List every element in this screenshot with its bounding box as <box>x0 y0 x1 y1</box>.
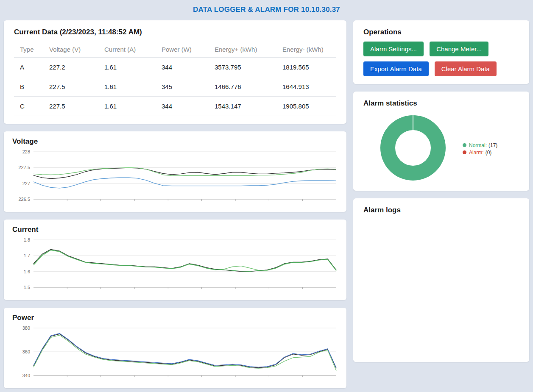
table-row: C227.51.613441543.1471905.805 <box>14 97 336 116</box>
alarm-statistics-card: Alarm statistics Normal: (17) Alarm: (0) <box>353 92 529 191</box>
current-line-chart: 1.51.61.71.8 <box>12 236 338 297</box>
svg-text:380: 380 <box>22 325 30 331</box>
table-cell: 227.5 <box>46 97 101 116</box>
current-data-title: Current Data (2/23/2023, 11:48:52 AM) <box>14 28 336 36</box>
table-cell: A <box>14 58 46 77</box>
current-data-card: Current Data (2/23/2023, 11:48:52 AM) Ty… <box>4 20 346 124</box>
svg-text:1.5: 1.5 <box>24 285 30 290</box>
table-cell: B <box>14 77 46 97</box>
table-cell: 345 <box>158 77 211 97</box>
export-alarm-data-button[interactable]: Export Alarm Data <box>363 61 429 76</box>
alarm-logs-title: Alarm logs <box>363 206 519 214</box>
table-cell: 227.5 <box>46 77 101 97</box>
table-cell: 3573.795 <box>211 58 279 77</box>
svg-text:1.6: 1.6 <box>24 269 30 274</box>
legend-item-alarm: Alarm: (0) <box>463 150 497 156</box>
legend-item-normal: Normal: (17) <box>463 142 497 148</box>
table-cell: 1819.565 <box>279 58 336 77</box>
alarm-donut-chart <box>380 114 446 183</box>
current-data-head-row: TypeVoltage (V)Current (A)Power (W)Energ… <box>14 42 336 58</box>
alarm-settings-button[interactable]: Alarm Settings... <box>363 42 424 56</box>
table-cell: 1.61 <box>101 58 158 77</box>
svg-text:227: 227 <box>22 181 30 186</box>
operations-card: Operations Alarm Settings... Change Mete… <box>353 20 529 84</box>
operations-row-2: Export Alarm Data Clear Alarm Data <box>363 61 519 76</box>
main-layout: Current Data (2/23/2023, 11:48:52 AM) Ty… <box>0 19 533 392</box>
table-cell: 1644.913 <box>279 77 336 97</box>
table-cell: 1543.147 <box>211 97 279 116</box>
table-row: A227.21.613443573.7951819.565 <box>14 58 336 77</box>
page-header: DATA LOGGER & ALARM FOR 10.10.30.37 <box>0 0 533 19</box>
legend-normal-value: (17) <box>488 142 497 148</box>
svg-text:340: 340 <box>22 373 30 378</box>
current-chart-card: Current 1.51.61.71.8 <box>4 220 346 300</box>
normal-dot-icon <box>463 143 466 147</box>
current-chart-title: Current <box>12 225 338 234</box>
change-meter-button[interactable]: Change Meter... <box>430 42 488 56</box>
svg-text:227.5: 227.5 <box>18 165 30 170</box>
column-header: Energy- (kWh) <box>279 42 336 58</box>
legend-normal-label: Normal: <box>469 142 487 148</box>
power-chart-title: Power <box>12 314 338 322</box>
operations-row-1: Alarm Settings... Change Meter... <box>363 42 519 56</box>
table-cell: 1.61 <box>101 77 158 97</box>
voltage-line-chart: 226.5227227.5228 <box>12 147 338 209</box>
column-header: Current (A) <box>101 42 158 58</box>
alarm-statistics-body: Normal: (17) Alarm: (0) <box>363 114 519 183</box>
table-cell: 1905.805 <box>279 97 336 116</box>
alarm-logs-card: Alarm logs <box>353 198 529 362</box>
current-data-body: A227.21.613443573.7951819.565B227.51.613… <box>14 58 336 116</box>
legend-alarm-label: Alarm: <box>469 150 484 156</box>
left-column: Current Data (2/23/2023, 11:48:52 AM) Ty… <box>4 20 346 392</box>
power-line-chart: 340360380 <box>12 324 338 385</box>
column-header: Power (W) <box>158 42 211 58</box>
svg-text:228: 228 <box>22 149 30 154</box>
column-header: Type <box>14 42 46 58</box>
table-row: B227.51.613451466.7761644.913 <box>14 77 336 97</box>
voltage-chart-card: Voltage 226.5227227.5228 <box>4 131 346 212</box>
svg-text:1.8: 1.8 <box>24 237 30 242</box>
right-column: Operations Alarm Settings... Change Mete… <box>353 20 529 392</box>
table-cell: C <box>14 97 46 116</box>
table-cell: 1466.776 <box>211 77 279 97</box>
clear-alarm-data-button[interactable]: Clear Alarm Data <box>435 61 497 76</box>
legend-alarm-value: (0) <box>486 150 492 156</box>
current-data-table: TypeVoltage (V)Current (A)Power (W)Energ… <box>14 42 336 116</box>
svg-text:1.7: 1.7 <box>24 253 30 258</box>
column-header: Voltage (V) <box>46 42 101 58</box>
page-title: DATA LOGGER & ALARM FOR 10.10.30.37 <box>193 6 340 14</box>
power-chart-card: Power 340360380 <box>4 308 346 388</box>
operations-title: Operations <box>363 28 519 36</box>
voltage-chart-title: Voltage <box>12 137 338 146</box>
svg-text:360: 360 <box>22 349 30 354</box>
table-cell: 1.61 <box>101 97 158 116</box>
table-cell: 344 <box>158 97 211 116</box>
svg-text:226.5: 226.5 <box>18 197 30 202</box>
table-cell: 344 <box>158 58 211 77</box>
column-header: Energy+ (kWh) <box>211 42 279 58</box>
donut-legend: Normal: (17) Alarm: (0) <box>463 141 497 157</box>
alarm-dot-icon <box>463 150 466 154</box>
alarm-statistics-title: Alarm statistics <box>363 99 519 108</box>
table-cell: 227.2 <box>46 58 101 77</box>
